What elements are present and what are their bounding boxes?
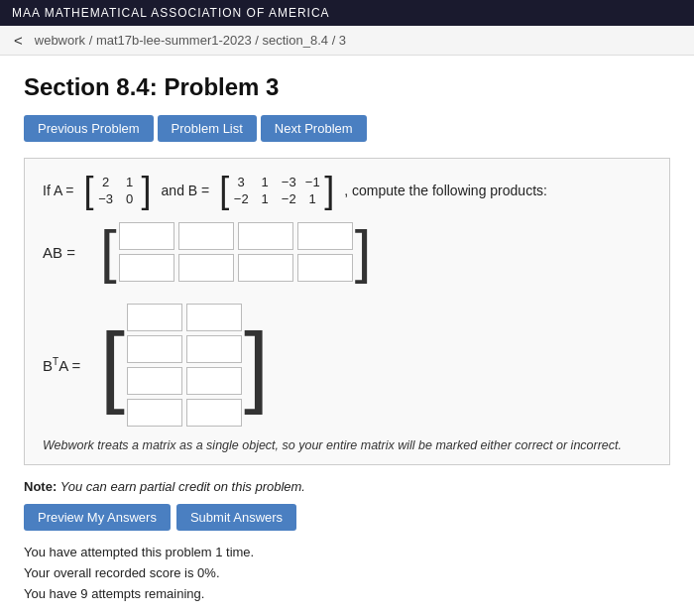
bta-input-3-1[interactable] (186, 399, 242, 427)
note-text: You can earn partial credit on this prob… (60, 479, 305, 494)
a-1-1: 0 (122, 191, 138, 206)
bt-suffix: A = (58, 357, 80, 374)
b-0-0: 3 (233, 175, 249, 189)
problem-list-button[interactable]: Problem List (158, 115, 257, 142)
bta-input-grid (125, 300, 244, 431)
bracket-right-b: ] (324, 173, 334, 208)
problem-statement: If A = [ 2 1 −3 0 ] and B = [ 3 1 − (43, 173, 651, 208)
matrix-b-grid: 3 1 −3 −1 −2 1 −2 1 (229, 173, 324, 208)
attempt-info: You have attempted this problem 1 time. … (24, 543, 670, 604)
note-section: Note: You can earn partial credit on thi… (24, 479, 670, 494)
ab-input-0-0[interactable] (119, 222, 174, 250)
action-btn-row: Preview My Answers Submit Answers (24, 504, 670, 531)
page-title: Section 8.4: Problem 3 (24, 73, 670, 101)
b-0-2: −3 (281, 175, 296, 189)
attempt-line3: You have 9 attempts remaining. (24, 584, 670, 605)
matrix-a-grid: 2 1 −3 0 (94, 173, 142, 208)
ab-input-0-1[interactable] (178, 222, 234, 250)
matrix-b-display: [ 3 1 −3 −1 −2 1 −2 1 ] (219, 173, 334, 208)
ab-input-1-2[interactable] (238, 254, 293, 282)
matrix-note: Webwork treats a matrix as a single obje… (43, 438, 651, 452)
breadcrumb: webwork / mat17b-lee-summer1-2023 / sect… (35, 33, 346, 48)
a-0-1: 1 (122, 175, 138, 189)
bracket-left-a: [ (84, 173, 94, 208)
ab-answer-section: AB = [ ] (43, 218, 651, 286)
bta-input-1-0[interactable] (127, 335, 182, 363)
submit-button[interactable]: Submit Answers (176, 504, 296, 531)
back-button[interactable]: < (14, 32, 23, 49)
and-text: and B = (162, 183, 210, 198)
bta-input-0-1[interactable] (186, 304, 242, 331)
ab-matrix-wrap: [ ] (100, 218, 371, 286)
bta-input-2-0[interactable] (127, 367, 182, 395)
bta-bracket-left: [ (100, 300, 125, 431)
b-1-3: 1 (304, 191, 320, 206)
bracket-left-b: [ (219, 173, 229, 208)
intro-text: If A = (43, 183, 74, 198)
ab-bracket-right: ] (355, 218, 372, 286)
b-0-3: −1 (304, 175, 320, 189)
bta-input-0-0[interactable] (127, 304, 182, 331)
bta-matrix-wrap: [ ] (100, 300, 269, 431)
b-0-1: 1 (257, 175, 273, 189)
attempt-line1: You have attempted this problem 1 time. (24, 543, 670, 563)
bta-label: BTA = (43, 356, 92, 374)
logo-text: MAA MATHEMATICAL ASSOCIATION OF AMERICA (12, 6, 330, 20)
next-problem-button[interactable]: Next Problem (261, 115, 367, 142)
b-1-2: −2 (281, 191, 296, 206)
ab-input-0-2[interactable] (238, 222, 293, 250)
bta-input-2-1[interactable] (186, 367, 242, 395)
bracket-right-a: ] (142, 173, 152, 208)
b-1-1: 1 (257, 191, 273, 206)
ab-input-0-3[interactable] (297, 222, 353, 250)
ab-label: AB = (43, 244, 92, 261)
bta-bracket-right: ] (244, 300, 269, 431)
bta-input-1-1[interactable] (186, 335, 242, 363)
main-content: Section 8.4: Problem 3 Previous Problem … (0, 56, 694, 616)
a-0-0: 2 (98, 175, 114, 189)
note-label: Note: (24, 479, 57, 494)
bta-input-3-0[interactable] (127, 399, 182, 427)
ab-input-1-0[interactable] (119, 254, 174, 282)
bta-answer-section: BTA = [ ] (43, 300, 651, 431)
b-1-0: −2 (233, 191, 249, 206)
matrix-a-display: [ 2 1 −3 0 ] (84, 173, 152, 208)
ab-input-grid (117, 218, 355, 286)
suffix-text: , compute the following products: (344, 183, 547, 198)
ab-input-1-3[interactable] (297, 254, 353, 282)
prev-problem-button[interactable]: Previous Problem (24, 115, 154, 142)
problem-area: If A = [ 2 1 −3 0 ] and B = [ 3 1 − (24, 158, 670, 465)
ab-input-1-1[interactable] (178, 254, 234, 282)
top-bar: MAA MATHEMATICAL ASSOCIATION OF AMERICA (0, 0, 694, 26)
a-1-0: −3 (98, 191, 114, 206)
nav-button-row: Previous Problem Problem List Next Probl… (24, 115, 670, 142)
preview-button[interactable]: Preview My Answers (24, 504, 171, 531)
bt-label-b: B (43, 357, 53, 374)
attempt-line2: Your overall recorded score is 0%. (24, 563, 670, 584)
ab-bracket-left: [ (100, 218, 117, 286)
breadcrumb-bar: < webwork / mat17b-lee-summer1-2023 / se… (0, 26, 694, 56)
